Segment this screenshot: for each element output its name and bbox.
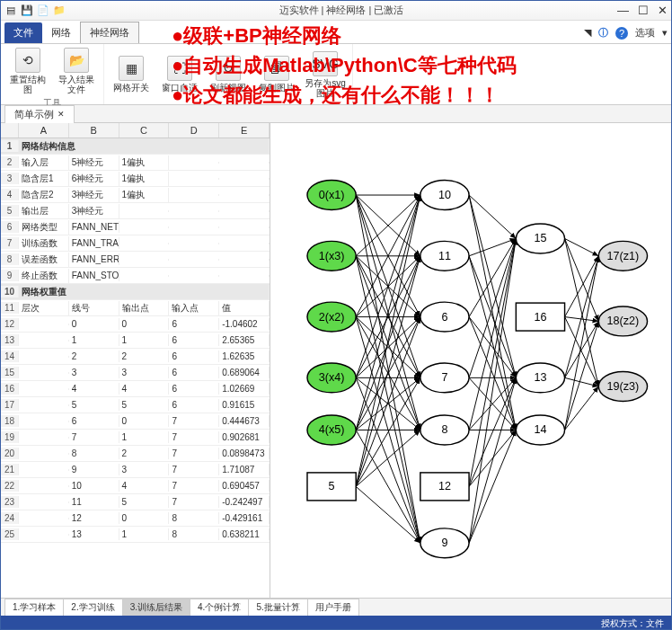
table-row[interactable]: 4隐含层23神经元1偏执 bbox=[1, 187, 270, 203]
cell[interactable]: 2 bbox=[69, 350, 119, 362]
cell[interactable]: 2 bbox=[119, 448, 170, 459]
cell[interactable]: 6神经元 bbox=[69, 172, 119, 186]
cell[interactable] bbox=[169, 259, 219, 261]
cell[interactable]: 8 bbox=[169, 512, 219, 524]
cell[interactable]: 1 bbox=[119, 431, 170, 443]
table-row[interactable]: 175560.91615 bbox=[1, 397, 270, 413]
col-header-b[interactable]: B bbox=[69, 123, 119, 138]
cell[interactable]: 1 bbox=[119, 334, 170, 346]
cell[interactable] bbox=[19, 404, 69, 406]
cell[interactable]: 7 bbox=[69, 431, 119, 443]
table-row[interactable]: 6网络类型FANN_NETTYP... bbox=[1, 219, 270, 235]
options-dropdown-icon[interactable]: ▾ bbox=[662, 27, 668, 39]
cell[interactable]: 输入层 bbox=[19, 155, 69, 170]
ribbon-btn-1-3[interactable]: 🗐复制图片 bbox=[253, 46, 300, 102]
cell[interactable]: 5 bbox=[119, 399, 170, 411]
cell[interactable] bbox=[19, 388, 69, 390]
cell[interactable]: 3 bbox=[119, 367, 170, 378]
cell[interactable] bbox=[219, 210, 270, 212]
table-row[interactable]: 241208-0.429161 bbox=[1, 510, 270, 527]
cell[interactable] bbox=[19, 421, 69, 422]
menu-file[interactable]: 文件 bbox=[4, 22, 42, 43]
cell[interactable]: 6 bbox=[169, 350, 219, 362]
cell[interactable] bbox=[119, 210, 170, 212]
table-row[interactable]: 1网络结构信息 bbox=[1, 138, 270, 155]
table-row[interactable]: 2210470.690457 bbox=[1, 478, 270, 494]
cell[interactable]: 11 bbox=[69, 496, 119, 508]
cell[interactable]: 4 bbox=[69, 383, 119, 395]
cell[interactable]: 0.638211 bbox=[219, 528, 270, 540]
close-button[interactable]: ✕ bbox=[658, 4, 668, 17]
col-header-c[interactable]: C bbox=[119, 123, 170, 138]
sheet-tab[interactable]: 简单示例 ✕ bbox=[4, 105, 75, 123]
cell[interactable]: -1.04602 bbox=[219, 318, 270, 330]
cell[interactable] bbox=[219, 243, 270, 244]
table-row[interactable]: 3隐含层16神经元1偏执 bbox=[1, 171, 270, 187]
cell[interactable]: 6 bbox=[69, 415, 119, 427]
cell[interactable]: 0.0898473 bbox=[219, 448, 270, 459]
table-row[interactable]: 131162.65365 bbox=[1, 333, 270, 349]
menu-network[interactable]: 网络 bbox=[42, 22, 80, 43]
cell[interactable]: 层次 bbox=[19, 301, 69, 315]
ribbon-btn-1-2[interactable]: ↻刷新视图 bbox=[205, 46, 252, 102]
cell[interactable]: 误差函数 bbox=[19, 253, 69, 267]
table-row[interactable]: 208270.0898473 bbox=[1, 446, 270, 462]
cell[interactable] bbox=[19, 485, 69, 487]
table-row[interactable]: 8误差函数FANN_ERRORF... bbox=[1, 252, 270, 268]
cell[interactable]: 输出层 bbox=[19, 204, 69, 218]
cell[interactable]: 0 bbox=[119, 415, 170, 427]
cell[interactable]: 9 bbox=[69, 464, 119, 475]
bottom-tab-1[interactable]: 2.学习训练 bbox=[63, 599, 122, 616]
cell[interactable]: 1偏执 bbox=[119, 155, 170, 170]
cell[interactable]: 0.91615 bbox=[219, 399, 270, 411]
cell[interactable] bbox=[219, 194, 270, 196]
cell[interactable]: 网络类型 bbox=[19, 220, 69, 235]
ribbon-btn-1-4[interactable]: SVG另存为svg图片 bbox=[302, 46, 349, 102]
cell[interactable]: 6 bbox=[169, 383, 219, 395]
cell[interactable]: 7 bbox=[169, 448, 219, 459]
cell[interactable]: -0.242497 bbox=[219, 496, 270, 508]
col-header-e[interactable]: E bbox=[219, 123, 270, 138]
options-button[interactable]: 选项 bbox=[635, 26, 655, 40]
table-row[interactable]: 11层次线号输出点输入点值 bbox=[1, 300, 270, 316]
bottom-tab-4[interactable]: 5.批量计算 bbox=[248, 599, 307, 616]
cell[interactable]: 5神经元 bbox=[69, 155, 119, 170]
cell[interactable]: 6 bbox=[169, 399, 219, 411]
cell[interactable] bbox=[219, 178, 270, 180]
cell[interactable] bbox=[219, 259, 270, 261]
cell[interactable]: 训练函数 bbox=[19, 236, 69, 251]
bottom-tab-2[interactable]: 3.训练后结果 bbox=[122, 599, 190, 616]
help-chevron-icon[interactable]: ◥ bbox=[584, 27, 591, 39]
grid-body[interactable]: 1网络结构信息2输入层5神经元1偏执3隐含层16神经元1偏执4隐含层23神经元1… bbox=[1, 138, 270, 598]
cell[interactable]: 隐含层1 bbox=[19, 172, 69, 186]
cell[interactable] bbox=[169, 162, 219, 164]
help-icon[interactable]: ⓘ bbox=[598, 26, 608, 40]
cell[interactable]: 7 bbox=[169, 415, 219, 427]
cell[interactable] bbox=[19, 372, 69, 374]
table-row[interactable]: 186070.444673 bbox=[1, 413, 270, 430]
col-header-a[interactable]: A bbox=[19, 123, 69, 138]
help-question-icon[interactable]: ? bbox=[615, 27, 628, 40]
bottom-tab-5[interactable]: 用户手册 bbox=[307, 599, 359, 616]
cell[interactable]: 3神经元 bbox=[69, 188, 119, 202]
cell[interactable] bbox=[19, 340, 69, 342]
cell[interactable]: 2.65365 bbox=[219, 334, 270, 346]
network-diagram[interactable]: 0(x1)1(x3)2(x2)3(x4)4(x5)510116781291516… bbox=[270, 123, 671, 598]
cell[interactable]: 13 bbox=[69, 528, 119, 540]
cell[interactable] bbox=[169, 275, 219, 277]
cell[interactable]: 6 bbox=[169, 334, 219, 346]
cell[interactable] bbox=[119, 243, 170, 244]
table-row[interactable]: 9终止函数FANN_STOPFU... bbox=[1, 268, 270, 284]
cell[interactable]: 6 bbox=[169, 318, 219, 330]
cell[interactable]: 0 bbox=[119, 318, 170, 330]
table-row[interactable]: 2输入层5神经元1偏执 bbox=[1, 155, 270, 171]
cell[interactable] bbox=[19, 518, 69, 519]
cell[interactable]: 4 bbox=[119, 480, 170, 492]
cell[interactable]: FANN_ERRORF... bbox=[69, 253, 119, 265]
cell[interactable]: 3神经元 bbox=[69, 204, 119, 218]
cell[interactable]: 1偏执 bbox=[119, 172, 170, 186]
ribbon-btn-1-1[interactable]: ⛶窗口自适 bbox=[156, 46, 203, 102]
cell[interactable]: 1.71087 bbox=[219, 464, 270, 475]
cell[interactable] bbox=[169, 226, 219, 228]
table-row[interactable]: 10网络权重值 bbox=[1, 284, 270, 300]
